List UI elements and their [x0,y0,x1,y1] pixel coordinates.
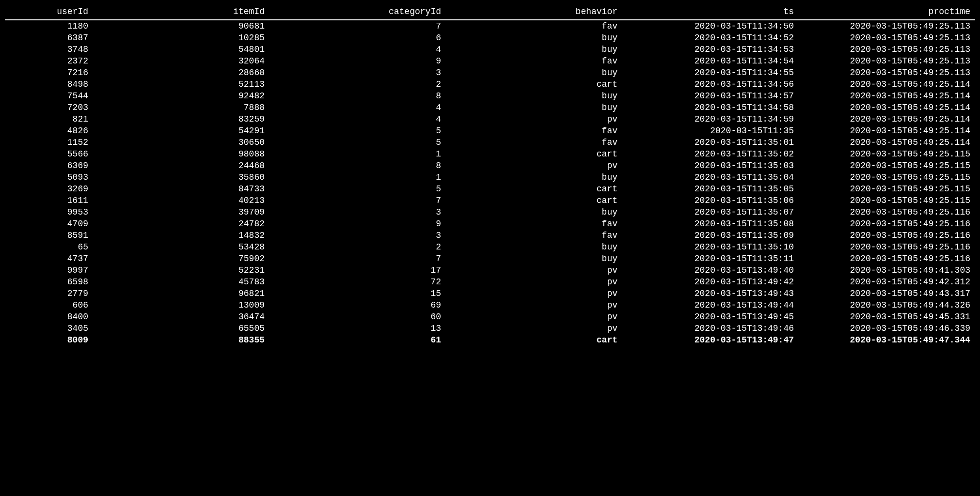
cell-proctime: 2020-03-15T05:49:44.326 [799,299,975,311]
cell-ts: 2020-03-15T11:35:01 [622,137,799,148]
cell-userId: 4709 [5,218,93,230]
column-header-proctime: proctime [799,5,975,20]
cell-ts: 2020-03-15T11:35:09 [622,230,799,241]
cell-itemId: 52231 [93,264,269,276]
table-row: 65984578372pv2020-03-15T13:49:422020-03-… [5,276,975,288]
cell-behavior: pv [446,113,622,125]
cell-ts: 2020-03-15T11:34:56 [622,78,799,90]
cell-behavior: buy [446,32,622,44]
cell-userId: 4737 [5,253,93,264]
cell-proctime: 2020-03-15T05:49:25.114 [799,137,975,148]
table-row: 8498521132cart2020-03-15T11:34:562020-03… [5,78,975,90]
cell-ts: 2020-03-15T11:35:06 [622,195,799,206]
cell-behavior: cart [446,78,622,90]
cell-behavior: buy [446,253,622,264]
column-header-behavior: behavior [446,5,622,20]
cell-categoryId: 4 [269,102,446,113]
cell-ts: 2020-03-15T13:49:42 [622,276,799,288]
cell-categoryId: 8 [269,160,446,171]
cell-behavior: fav [446,125,622,137]
cell-categoryId: 4 [269,44,446,55]
cell-ts: 2020-03-15T13:49:44 [622,299,799,311]
cell-behavior: buy [446,241,622,253]
cell-categoryId: 1 [269,148,446,160]
cell-userId: 6598 [5,276,93,288]
table-body: 1180906817fav2020-03-15T11:34:502020-03-… [5,20,975,346]
cell-ts: 2020-03-15T11:35:04 [622,171,799,183]
cell-proctime: 2020-03-15T05:49:25.115 [799,195,975,206]
cell-behavior: pv [446,276,622,288]
cell-behavior: buy [446,102,622,113]
cell-proctime: 2020-03-15T05:49:25.113 [799,55,975,67]
cell-behavior: buy [446,90,622,102]
cell-userId: 7203 [5,102,93,113]
cell-itemId: 35860 [93,171,269,183]
table-header: userId itemId categoryId behavior ts pro… [5,5,975,20]
table-row: 1152306505fav2020-03-15T11:35:012020-03-… [5,137,975,148]
cell-itemId: 10285 [93,32,269,44]
cell-ts: 2020-03-15T11:35:08 [622,218,799,230]
cell-categoryId: 9 [269,218,446,230]
cell-proctime: 2020-03-15T05:49:25.116 [799,230,975,241]
cell-ts: 2020-03-15T13:49:46 [622,323,799,334]
cell-userId: 1611 [5,195,93,206]
table-row: 5093358601buy2020-03-15T11:35:042020-03-… [5,171,975,183]
cell-userId: 7544 [5,90,93,102]
cell-itemId: 24782 [93,218,269,230]
cell-itemId: 39709 [93,206,269,218]
cell-categoryId: 8 [269,90,446,102]
cell-userId: 606 [5,299,93,311]
cell-ts: 2020-03-15T11:34:57 [622,90,799,102]
cell-userId: 2779 [5,288,93,299]
cell-itemId: 84733 [93,183,269,195]
table-row: 7544924828buy2020-03-15T11:34:572020-03-… [5,90,975,102]
cell-userId: 3269 [5,183,93,195]
cell-proctime: 2020-03-15T05:49:25.114 [799,90,975,102]
cell-behavior: cart [446,148,622,160]
cell-ts: 2020-03-15T11:35:02 [622,148,799,160]
cell-behavior: cart [446,334,622,346]
cell-itemId: 90681 [93,20,269,32]
cell-categoryId: 3 [269,206,446,218]
cell-ts: 2020-03-15T13:49:40 [622,264,799,276]
table-row: 84003647460pv2020-03-15T13:49:452020-03-… [5,311,975,323]
table-row: 7216286683buy2020-03-15T11:34:552020-03-… [5,67,975,78]
cell-categoryId: 4 [269,113,446,125]
cell-categoryId: 7 [269,195,446,206]
cell-itemId: 54291 [93,125,269,137]
table-row: 99975223117pv2020-03-15T13:49:402020-03-… [5,264,975,276]
cell-userId: 1180 [5,20,93,32]
table-row: 720378884buy2020-03-15T11:34:582020-03-1… [5,102,975,113]
cell-categoryId: 5 [269,137,446,148]
cell-itemId: 36474 [93,311,269,323]
cell-userId: 4826 [5,125,93,137]
cell-userId: 1152 [5,137,93,148]
cell-proctime: 2020-03-15T05:49:25.114 [799,102,975,113]
cell-ts: 2020-03-15T11:34:50 [622,20,799,32]
cell-userId: 8009 [5,334,93,346]
table-row: 5566980881cart2020-03-15T11:35:022020-03… [5,148,975,160]
cell-categoryId: 72 [269,276,446,288]
cell-proctime: 2020-03-15T05:49:25.114 [799,125,975,137]
cell-userId: 8591 [5,230,93,241]
cell-ts: 2020-03-15T11:34:53 [622,44,799,55]
cell-itemId: 32064 [93,55,269,67]
table-row: 8591148323fav2020-03-15T11:35:092020-03-… [5,230,975,241]
cell-userId: 65 [5,241,93,253]
cell-proctime: 2020-03-15T05:49:25.114 [799,78,975,90]
cell-itemId: 45783 [93,276,269,288]
cell-userId: 3748 [5,44,93,55]
cell-categoryId: 9 [269,55,446,67]
cell-itemId: 98088 [93,148,269,160]
cell-ts: 2020-03-15T11:35:07 [622,206,799,218]
cell-ts: 2020-03-15T11:34:59 [622,113,799,125]
table-row: 80098835561cart2020-03-15T13:49:472020-0… [5,334,975,346]
cell-userId: 9953 [5,206,93,218]
cell-behavior: fav [446,137,622,148]
cell-userId: 7216 [5,67,93,78]
cell-proctime: 2020-03-15T05:49:25.116 [799,241,975,253]
cell-behavior: buy [446,67,622,78]
cell-ts: 2020-03-15T11:34:52 [622,32,799,44]
cell-behavior: fav [446,55,622,67]
cell-userId: 5093 [5,171,93,183]
